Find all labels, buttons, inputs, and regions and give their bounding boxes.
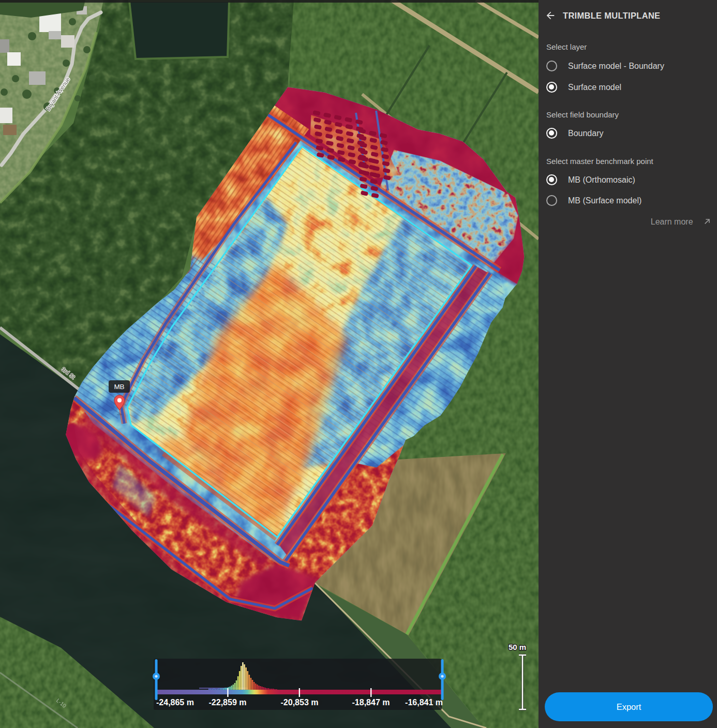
svg-text:MB: MB [114, 383, 124, 391]
svg-text:50 m: 50 m [509, 643, 526, 651]
svg-text:-16,841 m: -16,841 m [405, 698, 443, 707]
svg-text:-22,859 m: -22,859 m [209, 698, 247, 707]
svg-text:-24,865 m: -24,865 m [156, 698, 194, 707]
svg-text:-18,847 m: -18,847 m [352, 698, 390, 707]
svg-text:-20,853 m: -20,853 m [281, 698, 319, 707]
